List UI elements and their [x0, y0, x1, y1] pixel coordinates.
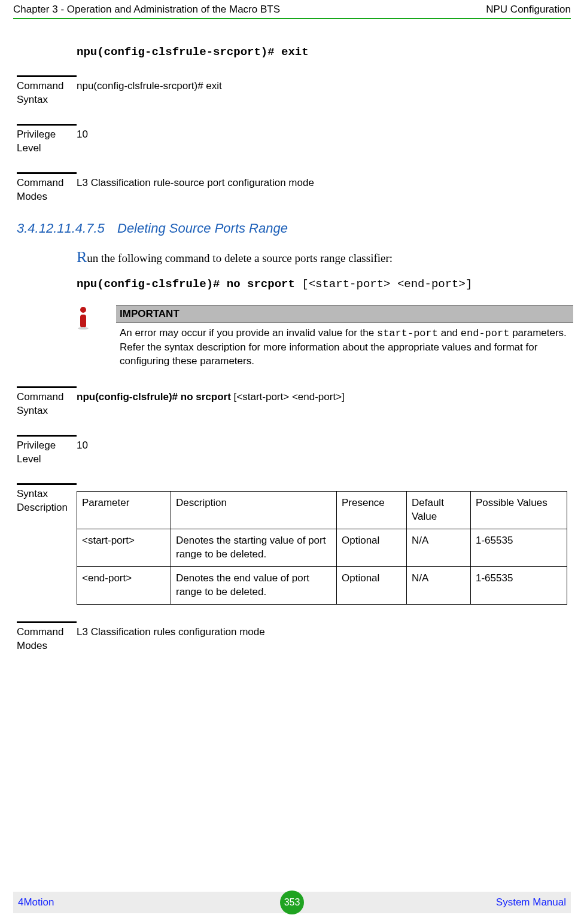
def-rule — [17, 124, 77, 126]
th-parameter: Parameter — [77, 491, 171, 529]
svg-point-0 — [80, 307, 86, 313]
header-left: Chapter 3 - Operation and Administration… — [13, 4, 280, 16]
def-label: Command Modes — [17, 176, 77, 204]
th-possible: Possible Values — [471, 491, 567, 529]
def-value: npu(config-clsfrule-srcport)# exit — [77, 80, 567, 93]
svg-rect-1 — [80, 315, 86, 328]
header-rule — [13, 18, 571, 19]
section-heading: 3.4.12.11.4.7.5 Deleting Source Ports Ra… — [17, 221, 567, 236]
th-presence: Presence — [337, 491, 407, 529]
def-label: Privilege Level — [17, 439, 77, 466]
callout-term-2: end-port — [461, 328, 510, 339]
info-icon — [77, 305, 95, 333]
cell-param: <end-port> — [77, 566, 171, 604]
page: Chapter 3 - Operation and Administration… — [0, 0, 584, 924]
callout-mid: and — [438, 327, 461, 339]
def-label: Privilege Level — [17, 128, 77, 155]
def-value: 10 — [77, 439, 567, 453]
def-value: npu(config-clsfrule)# no srcport [<start… — [77, 391, 567, 404]
table-row: <end-port> Denotes the end value of port… — [77, 566, 567, 604]
def-command-syntax-2: Command Syntax npu(config-clsfrule)# no … — [17, 386, 567, 418]
svg-point-2 — [78, 327, 89, 330]
code-block-2-wrap: npu(config-clsfrule)# no srcport [<start… — [77, 277, 567, 291]
table-row: <start-port> Denotes the starting value … — [77, 529, 567, 566]
callout-title: IMPORTANT — [116, 305, 573, 323]
code-block-1-wrap: npu(config-clsfrule-srcport)# exit — [77, 45, 567, 59]
page-number-badge: 353 — [280, 891, 304, 914]
th-default: Default Value — [407, 491, 471, 529]
def-modes-1: Command Modes L3 Classification rule-sou… — [17, 172, 567, 204]
def-rule — [17, 483, 77, 485]
dropcap: R — [77, 248, 87, 266]
def-rule — [17, 386, 77, 388]
code-rest: [<start-port> <end-port>] — [295, 277, 472, 291]
syntax-rest: [<start-port> <end-port>] — [231, 391, 345, 402]
callout-pre: An error may occur if you provide an inv… — [120, 327, 377, 339]
section-title: Deleting Source Ports Range — [117, 221, 288, 236]
def-rule — [17, 75, 77, 77]
def-label: Syntax Description — [17, 487, 77, 515]
important-callout: IMPORTANT An error may occur if you prov… — [77, 305, 567, 368]
syntax-bold: npu(config-clsfrule)# no srcport — [77, 391, 231, 402]
callout-body: IMPORTANT An error may occur if you prov… — [120, 305, 567, 368]
def-value: L3 Classification rules configuration mo… — [77, 626, 567, 639]
def-privilege-2: Privilege Level 10 — [17, 435, 567, 466]
parameter-table: Parameter Description Presence Default V… — [77, 491, 567, 605]
cell-param: <start-port> — [77, 529, 171, 566]
cell-pres: Optional — [337, 566, 407, 604]
def-privilege-1: Privilege Level 10 — [17, 124, 567, 155]
section-number: 3.4.12.11.4.7.5 — [17, 221, 117, 236]
footer-left: 4Motion — [18, 896, 54, 908]
def-label: Command Modes — [17, 626, 77, 653]
def-label: Command Syntax — [17, 391, 77, 418]
code-block-1: npu(config-clsfrule-srcport)# exit — [77, 45, 567, 59]
code-bold: npu(config-clsfrule)# no srcport — [77, 277, 295, 291]
page-header: Chapter 3 - Operation and Administration… — [13, 4, 571, 16]
def-syntax-description: Syntax Description Parameter Description… — [17, 483, 567, 605]
def-value: 10 — [77, 128, 567, 142]
table-header-row: Parameter Description Presence Default V… — [77, 491, 567, 529]
callout-text: An error may occur if you provide an inv… — [120, 327, 567, 368]
intro-paragraph: Run the following command to delete a so… — [77, 247, 567, 267]
cell-desc: Denotes the starting value of port range… — [171, 529, 337, 566]
def-modes-2: Command Modes L3 Classification rules co… — [17, 621, 567, 653]
header-right: NPU Configuration — [486, 4, 571, 16]
cell-vals: 1-65535 — [471, 529, 567, 566]
def-label: Command Syntax — [17, 80, 77, 107]
def-rule — [17, 172, 77, 174]
cell-pres: Optional — [337, 529, 407, 566]
code-block-2: npu(config-clsfrule)# no srcport [<start… — [77, 277, 567, 291]
cell-desc: Denotes the end value of port range to b… — [171, 566, 337, 604]
callout-term-1: start-port — [377, 328, 438, 339]
th-description: Description — [171, 491, 337, 529]
intro-text: un the following command to delete a sou… — [87, 252, 393, 264]
cell-vals: 1-65535 — [471, 566, 567, 604]
def-rule — [17, 435, 77, 437]
def-value: Parameter Description Presence Default V… — [77, 487, 567, 605]
content: npu(config-clsfrule-srcport)# exit Comma… — [17, 36, 567, 669]
def-command-syntax-1: Command Syntax npu(config-clsfrule-srcpo… — [17, 75, 567, 107]
cell-def: N/A — [407, 529, 471, 566]
footer-right: System Manual — [496, 896, 566, 908]
def-rule — [17, 621, 77, 623]
def-value: L3 Classification rule-source port confi… — [77, 176, 567, 190]
cell-def: N/A — [407, 566, 471, 604]
